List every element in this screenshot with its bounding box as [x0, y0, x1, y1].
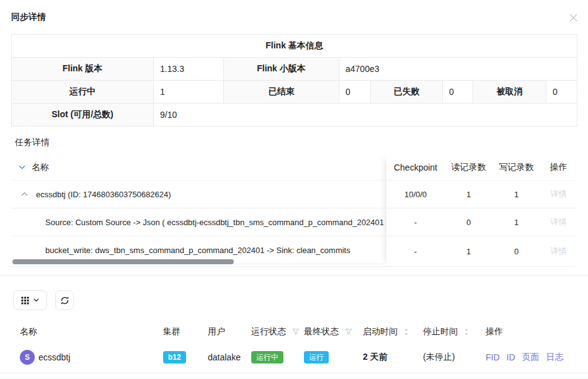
- log-link[interactable]: 日志: [546, 352, 564, 363]
- jobs-table-header: 名称 集群 用户 运行状态 最终状态 启动时间: [0, 323, 588, 341]
- page-link[interactable]: 页面: [522, 352, 540, 363]
- col-final-status: 最终状态: [304, 326, 339, 337]
- task-table-scroll-area: 名称 ecssdbtj (ID: 1746803603750682624) So…: [11, 154, 386, 266]
- chevron-up-icon[interactable]: [21, 192, 28, 197]
- value-running: 1: [154, 81, 224, 104]
- label-slot: Slot (可用/总数): [12, 104, 154, 127]
- horizontal-scrollbar[interactable]: [12, 259, 234, 264]
- refresh-icon: [60, 296, 69, 305]
- close-icon[interactable]: [568, 12, 578, 22]
- table-row: S ecssdbtj b12 datalake 运行中 运行 2 天前 (未停止…: [0, 341, 588, 373]
- jobs-toolbar: [13, 290, 588, 310]
- col-start-time: 启动时间: [363, 326, 398, 337]
- write-value: 1: [492, 218, 540, 227]
- label-failed: 已失败: [371, 81, 443, 104]
- checkpoint-value: 10/0/0: [386, 190, 445, 199]
- sorter-icon[interactable]: [464, 328, 469, 336]
- value-failed: 0: [443, 81, 473, 104]
- filter-icon[interactable]: [292, 328, 300, 336]
- avatar: S: [20, 350, 35, 365]
- drawer-header: 同步详情: [0, 0, 588, 24]
- label-flink-minor-version: Flink 小版本: [224, 58, 339, 81]
- value-slot: 9/10: [154, 104, 577, 127]
- task-name: Source: Custom Source -> Json ( ecssdbtj…: [45, 218, 386, 227]
- col-name-label: 名称: [32, 162, 49, 173]
- read-value: 1: [445, 247, 492, 256]
- section-divider: [0, 275, 588, 275]
- checkpoint-value: -: [386, 247, 445, 256]
- col-checkpoint: Checkpoint: [386, 163, 445, 172]
- task-row-fixed: 10/0/0 1 1 详情: [386, 181, 577, 208]
- col-run-status: 运行状态: [251, 326, 286, 337]
- job-name: ecssdbtj: [38, 352, 70, 362]
- job-user: datalake: [208, 352, 241, 362]
- label-running: 运行中: [12, 81, 154, 104]
- read-value: 1: [445, 190, 492, 199]
- checkpoint-value: -: [386, 218, 445, 227]
- task-row-fixed: - 1 0 详情: [386, 236, 577, 266]
- value-finished: 0: [339, 81, 371, 104]
- fid-link[interactable]: FID: [486, 352, 500, 362]
- filter-icon[interactable]: [345, 328, 352, 336]
- chevron-down-icon: [33, 298, 39, 302]
- detail-link[interactable]: 详情: [551, 246, 567, 257]
- detail-link[interactable]: 详情: [551, 189, 567, 200]
- col-actions: 操作: [540, 162, 577, 173]
- column-settings-button[interactable]: [13, 290, 47, 310]
- task-name: bucket_write: dws_tbn_sms_command_p_comm…: [45, 246, 386, 255]
- value-flink-minor-version: a4700e3: [339, 58, 577, 81]
- id-link[interactable]: ID: [507, 352, 515, 362]
- flink-info-table: Flink 基本信息 Flink 版本 1.13.3 Flink 小版本 a47…: [11, 34, 577, 127]
- task-table-header-fixed: Checkpoint 读记录数 写记录数 操作: [386, 154, 577, 181]
- label-finished: 已结束: [224, 81, 339, 104]
- task-table-header-name: 名称: [11, 154, 386, 181]
- task-row-fixed: - 0 1 详情: [386, 208, 577, 236]
- sync-details-drawer: 同步详情 Flink 基本信息 Flink 版本 1.13.3 Flink 小版…: [0, 0, 588, 373]
- write-value: 0: [492, 247, 540, 256]
- col-user: 用户: [208, 326, 225, 337]
- grid-icon: [21, 297, 29, 305]
- flink-info-title: Flink 基本信息: [12, 35, 577, 58]
- detail-link[interactable]: 详情: [551, 216, 567, 228]
- col-cluster: 集群: [163, 326, 180, 337]
- col-name: 名称: [20, 326, 37, 337]
- write-value: 1: [492, 190, 540, 199]
- run-status-badge: 运行中: [251, 351, 283, 363]
- col-actions: 操作: [486, 326, 503, 337]
- task-table-fixed-columns: Checkpoint 读记录数 写记录数 操作 10/0/0 1 1 详情 - …: [386, 154, 577, 266]
- col-read-records: 读记录数: [445, 162, 492, 173]
- col-stop-time: 停止时间: [423, 326, 458, 337]
- col-write-records: 写记录数: [492, 162, 540, 173]
- stop-time: (未停止): [423, 352, 455, 363]
- task-details-title: 任务详情: [15, 136, 588, 148]
- drawer-title: 同步详情: [11, 12, 46, 23]
- value-flink-version: 1.13.3: [154, 58, 224, 81]
- task-details-table: 名称 ecssdbtj (ID: 1746803603750682624) So…: [11, 154, 577, 267]
- sorter-icon[interactable]: [404, 328, 409, 336]
- task-name: ecssdbtj (ID: 1746803603750682624): [36, 190, 386, 199]
- refresh-button[interactable]: [55, 290, 74, 310]
- task-row: ecssdbtj (ID: 1746803603750682624): [11, 181, 386, 208]
- label-flink-version: Flink 版本: [12, 58, 154, 81]
- start-time: 2 天前: [363, 352, 388, 363]
- jobs-table: 名称 集群 用户 运行状态 最终状态 启动时间: [0, 323, 588, 373]
- label-cancelled: 被取消: [473, 81, 546, 104]
- read-value: 0: [445, 218, 492, 227]
- value-cancelled: 0: [546, 81, 577, 104]
- final-status-badge: 运行: [304, 351, 329, 363]
- chevron-down-icon[interactable]: [19, 165, 25, 170]
- task-row: Source: Custom Source -> Json ( ecssdbtj…: [11, 208, 386, 236]
- cluster-badge: b12: [163, 351, 186, 363]
